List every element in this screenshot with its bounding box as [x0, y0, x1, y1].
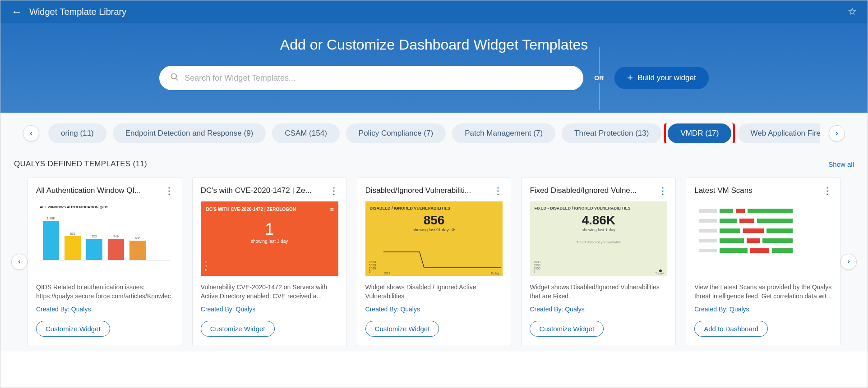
template-card: Disabled/Ignored Vulnerabiliti... ⋮ DISA…	[357, 178, 512, 346]
search-box[interactable]	[159, 66, 583, 90]
card-action-button[interactable]: Customize Widget	[530, 321, 604, 337]
category-tab[interactable]: Web Application Firewall (2)	[738, 123, 820, 143]
back-arrow-icon[interactable]: ←	[11, 5, 22, 18]
card-menu-icon[interactable]: ⋮	[658, 186, 667, 195]
card-action-button[interactable]: Customize Widget	[201, 321, 275, 337]
category-tab[interactable]: Threat Protection (13)	[562, 123, 661, 143]
hero-title: Add or Customize Dashboard Widget Templa…	[0, 37, 868, 53]
template-card: All Authentication Window QI... ⋮ ALL WI…	[28, 178, 182, 346]
search-icon	[170, 73, 179, 84]
plus-icon: +	[627, 72, 633, 84]
search-input[interactable]	[185, 73, 573, 83]
build-widget-label: Build your widget	[637, 73, 696, 82]
card-created-by: Created By: Qualys	[36, 306, 174, 313]
card-thumbnail: FIXED - DISABLED / IGNORED VULNERABILITI…	[530, 201, 667, 276]
page-title: Widget Template Library	[29, 7, 126, 17]
top-bar: ← Widget Template Library ☆	[0, 0, 868, 23]
favorite-star-icon[interactable]: ☆	[848, 6, 857, 18]
or-label: OR	[594, 74, 604, 82]
card-menu-icon[interactable]: ⋮	[494, 186, 503, 195]
category-tab[interactable]: Policy Compliance (7)	[346, 123, 446, 143]
card-action-button[interactable]: Customize Widget	[36, 321, 110, 337]
card-description: Widget shows Disabled/Ignored Vulnerabil…	[530, 283, 667, 301]
card-description: QIDS Related to authentication issues: h…	[36, 283, 174, 301]
tabs-scroll-right-button[interactable]	[829, 125, 845, 142]
tabs-scroll-left-button[interactable]	[23, 125, 39, 142]
category-tab[interactable]: CSAM (154)	[272, 123, 340, 143]
card-thumbnail	[694, 201, 832, 276]
category-tab[interactable]: VMDR (17)	[668, 123, 731, 143]
svg-line-1	[176, 78, 178, 80]
category-tab[interactable]: oring (11)	[48, 123, 106, 143]
card-description: Vulnerability CVE-2020-1472 on Servers w…	[201, 283, 338, 301]
card-title: All Authentication Window QI...	[36, 186, 141, 195]
hero-banner: Add or Customize Dashboard Widget Templa…	[0, 23, 868, 113]
cards-scroll-left-button[interactable]	[11, 254, 28, 270]
templates-section: QUALYS DEFINED TEMPLATES (11) Show all A…	[0, 154, 868, 351]
template-card: Fixed Disabled/Ignored Vulne... ⋮ FIXED …	[521, 178, 676, 346]
card-title: DC's with CVE-2020-1472 | Ze...	[201, 186, 312, 195]
category-tabs-row: oring (11)Endpoint Detection and Respons…	[0, 113, 868, 154]
category-tab[interactable]: Endpoint Detection and Response (9)	[113, 123, 266, 143]
build-widget-button[interactable]: + Build your widget	[614, 67, 708, 89]
card-action-button[interactable]: Add to Dashboard	[694, 321, 768, 337]
category-tab[interactable]: Patch Management (7)	[452, 123, 555, 143]
card-menu-icon[interactable]: ⋮	[165, 186, 174, 195]
card-title: Disabled/Ignored Vulnerabiliti...	[365, 186, 471, 195]
template-card: Latest VM Scans ⋮ View the Latest Scans …	[686, 178, 840, 346]
card-title: Fixed Disabled/Ignored Vulne...	[530, 186, 637, 195]
svg-point-0	[171, 73, 177, 79]
card-menu-icon[interactable]: ⋮	[329, 186, 338, 195]
cards-scroll-right-button[interactable]	[840, 254, 857, 270]
card-created-by: Created By: Qualys	[694, 306, 832, 313]
card-thumbnail: ALL WINDOWS AUTHENTICATION QIDS1.40K8517…	[36, 201, 174, 276]
card-title: Latest VM Scans	[694, 186, 753, 195]
card-created-by: Created By: Qualys	[201, 306, 338, 313]
show-all-link[interactable]: Show all	[828, 160, 854, 168]
card-created-by: Created By: Qualys	[365, 306, 503, 313]
card-created-by: Created By: Qualys	[530, 306, 667, 313]
card-thumbnail: DISABLED / IGNORED VULNERABILITIES856sho…	[365, 201, 503, 276]
section-title: QUALYS DEFINED TEMPLATES (11)	[14, 160, 147, 169]
card-thumbnail: DC'S WITH CVE-2020-1472 | ZEROLOGON≡1sho…	[201, 201, 338, 276]
card-description: View the Latest Scans as provided by the…	[694, 283, 832, 301]
card-action-button[interactable]: Customize Widget	[365, 321, 439, 337]
card-description: Widget shows Disabled / Ignored Active V…	[365, 283, 503, 301]
template-card: DC's with CVE-2020-1472 | Ze... ⋮ DC'S W…	[192, 178, 347, 346]
card-menu-icon[interactable]: ⋮	[823, 186, 832, 195]
